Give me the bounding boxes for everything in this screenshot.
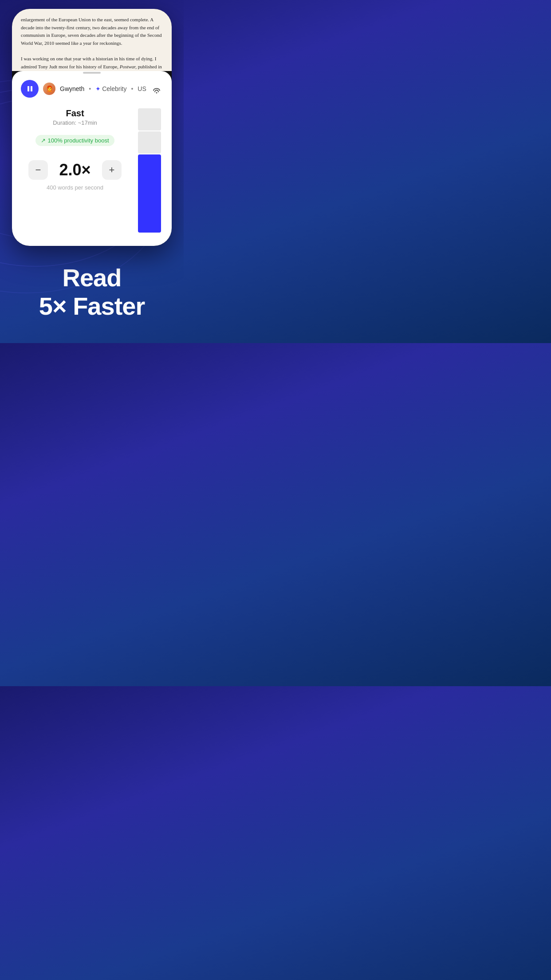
- slider-seg-2: [138, 131, 161, 154]
- dot-2: •: [131, 85, 133, 92]
- speed-section: Fast Duration: ~17min ↗ 100% productivit…: [21, 108, 163, 233]
- slider-seg-active: [138, 154, 161, 233]
- book-section: enlargement of the European Union to the…: [12, 9, 172, 71]
- player-topbar: 🧑‍🦰 Gwyneth • ✦ Celebrity • US: [21, 80, 163, 98]
- airplay-button[interactable]: [151, 83, 163, 95]
- increase-speed-button[interactable]: +: [102, 160, 122, 180]
- celebrity-label: Celebrity: [102, 85, 126, 92]
- pause-icon: [27, 86, 33, 92]
- drag-handle[interactable]: [83, 72, 101, 74]
- tagline-line1: Read: [63, 264, 122, 292]
- celebrity-badge: ✦ Celebrity: [95, 85, 126, 92]
- pause-button[interactable]: [21, 80, 39, 98]
- region-label: US: [138, 85, 146, 92]
- avatar: 🧑‍🦰: [43, 83, 55, 95]
- svg-point-3: [156, 92, 157, 94]
- speed-slider[interactable]: [136, 108, 163, 233]
- tagline-line2: 5× Faster: [39, 292, 145, 320]
- book-text-italic: Postwar,: [120, 64, 137, 69]
- phone-frame: enlargement of the European Union to the…: [12, 9, 172, 246]
- book-text-content: enlargement of the European Union to the…: [21, 17, 161, 46]
- tagline-text: Read 5× Faster: [13, 264, 170, 321]
- speed-controls: Fast Duration: ~17min ↗ 100% productivit…: [21, 108, 129, 191]
- wps-label: 400 words per second: [21, 184, 129, 191]
- productivity-arrow: ↗: [41, 137, 46, 144]
- voice-name: Gwyneth: [60, 85, 84, 92]
- tagline-section: Read 5× Faster: [0, 246, 184, 343]
- speed-title: Fast: [21, 108, 129, 119]
- slider-seg-1: [138, 108, 161, 130]
- speed-value: 2.0×: [55, 161, 95, 179]
- decrease-speed-button[interactable]: −: [28, 160, 48, 180]
- player-panel: 🧑‍🦰 Gwyneth • ✦ Celebrity • US Fast: [12, 71, 172, 246]
- slider-track: [138, 108, 161, 233]
- star-icon: ✦: [95, 85, 101, 92]
- speed-duration: Duration: ~17min: [21, 119, 129, 126]
- dot-1: •: [89, 85, 91, 92]
- productivity-text: 100% productivity boost: [47, 137, 109, 144]
- productivity-badge: ↗ 100% productivity boost: [35, 135, 114, 146]
- speed-row: − 2.0× +: [21, 160, 129, 180]
